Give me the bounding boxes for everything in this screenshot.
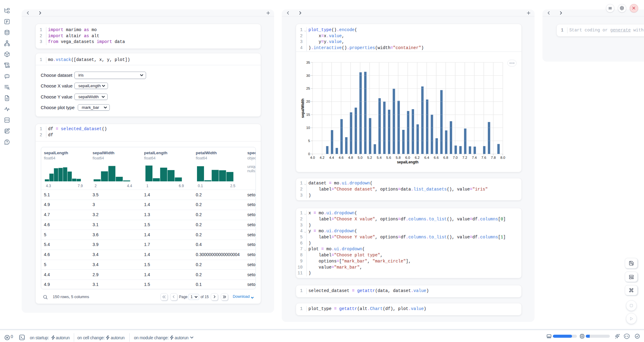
svg-text:5.2: 5.2 [367,156,372,159]
svg-text:5.4: 5.4 [377,156,382,159]
svg-text:6.8: 6.8 [443,156,448,159]
svg-text:sepalWidth: sepalWidth [301,98,305,118]
svg-text:6.2: 6.2 [415,156,420,159]
svg-text:6.0: 6.0 [405,156,410,159]
svg-text:sepalLength: sepalLength [397,160,419,164]
svg-text:8.0: 8.0 [500,156,505,159]
svg-text:4.0: 4.0 [310,156,315,159]
svg-text:20: 20 [306,100,310,103]
svg-text:4.6: 4.6 [339,156,344,159]
svg-text:7.6: 7.6 [481,156,486,159]
svg-text:6.4: 6.4 [424,156,429,159]
svg-text:10: 10 [306,126,310,130]
svg-text:7.4: 7.4 [472,156,477,159]
svg-text:7.0: 7.0 [453,156,458,159]
svg-text:4.2: 4.2 [320,156,324,159]
svg-text:0: 0 [308,152,310,156]
svg-text:4.8: 4.8 [348,156,353,159]
svg-text:15: 15 [306,113,310,116]
svg-text:4.4: 4.4 [329,156,334,159]
svg-text:7.2: 7.2 [462,156,467,159]
svg-text:6.6: 6.6 [434,156,439,159]
svg-text:7.8: 7.8 [491,156,496,159]
svg-text:5.0: 5.0 [358,156,363,159]
svg-text:25: 25 [306,87,310,90]
svg-text:30: 30 [306,74,310,77]
svg-text:35: 35 [306,61,310,64]
svg-text:5: 5 [308,139,310,143]
svg-text:5.8: 5.8 [396,156,401,159]
svg-text:5.6: 5.6 [386,156,391,159]
